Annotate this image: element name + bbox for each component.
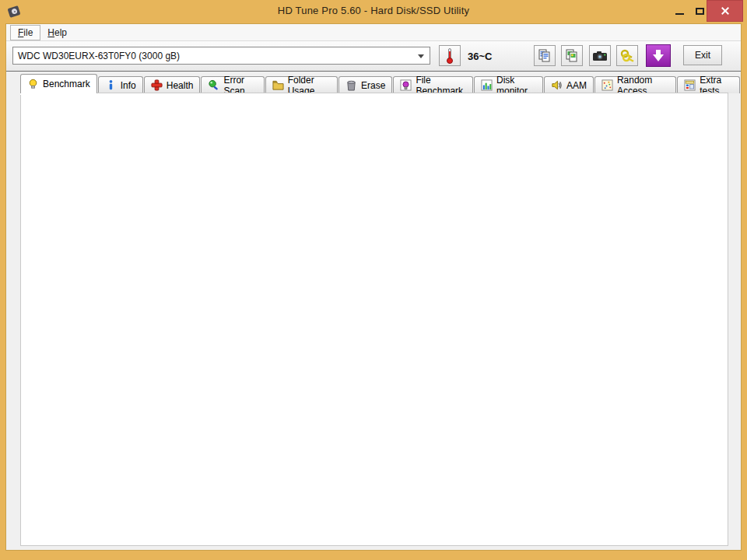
options-button[interactable]: [616, 45, 638, 66]
tab-aam[interactable]: AAM: [544, 76, 594, 93]
red-cross-icon: [151, 79, 163, 91]
scatter-dots-icon: [601, 79, 613, 91]
tab-erase[interactable]: Erase: [338, 76, 392, 93]
minimize-icon: [675, 13, 684, 15]
screenshot-button[interactable]: [589, 45, 611, 66]
update-button[interactable]: [646, 44, 671, 67]
info-icon: [105, 79, 117, 91]
menu-bar: File Help: [6, 24, 741, 41]
menu-help[interactable]: Help: [40, 26, 74, 40]
tab-file-benchmark[interactable]: File Benchmark: [393, 76, 473, 93]
extra-tests-icon: [684, 79, 696, 91]
copy-image-button[interactable]: [561, 45, 583, 66]
title-bar: HD Tune Pro 5.60 - Hard Disk/SSD Utility: [0, 0, 747, 23]
minimize-button[interactable]: [669, 0, 689, 22]
magnifier-icon: [208, 79, 219, 91]
tab-strip: Benchmark Info Health Error Scan Folder …: [20, 74, 741, 93]
temperature-value: 36~C: [468, 51, 505, 62]
trash-icon: [345, 79, 357, 91]
download-arrow-icon: [653, 54, 664, 61]
copy-text-icon: [538, 49, 552, 63]
tab-disk-monitor[interactable]: Disk monitor: [474, 76, 543, 93]
drive-selector-value: WDC WD30EURX-63T0FY0 (3000 gB): [18, 51, 180, 61]
exit-button[interactable]: Exit: [683, 45, 722, 65]
folder-icon: [272, 79, 284, 91]
purple-lightbulb-icon: [400, 79, 412, 91]
copy-image-icon: [565, 49, 579, 63]
bar-chart-icon: [481, 79, 493, 91]
tab-error-scan[interactable]: Error Scan: [201, 76, 264, 93]
benchmark-tab-page: [20, 93, 728, 546]
toolbar: WDC WD30EURX-63T0FY0 (3000 gB) 36~C: [6, 41, 741, 72]
tab-benchmark[interactable]: Benchmark: [20, 74, 97, 93]
close-icon: [721, 6, 730, 16]
chevron-down-icon: [415, 51, 426, 62]
window-title: HD Tune Pro 5.60 - Hard Disk/SSD Utility: [0, 5, 747, 16]
lightbulb-icon: [27, 79, 39, 90]
camera-icon: [592, 50, 608, 62]
close-button[interactable]: [707, 0, 743, 22]
tab-random-access[interactable]: Random Access: [594, 76, 676, 93]
speaker-icon: [551, 79, 563, 91]
keys-icon: [619, 49, 635, 63]
drive-selector[interactable]: WDC WD30EURX-63T0FY0 (3000 gB): [12, 47, 430, 65]
window-body: File Help WDC WD30EURX-63T0FY0 (3000 gB)…: [5, 23, 742, 551]
temperature-button[interactable]: [439, 45, 461, 66]
copy-text-button[interactable]: [534, 45, 556, 66]
menu-file[interactable]: File: [10, 25, 40, 40]
thermometer-icon: [446, 48, 454, 64]
maximize-icon: [696, 8, 704, 15]
hd-tune-window: { "window": { "title": "HD Tune Pro 5.60…: [0, 0, 747, 560]
tab-info[interactable]: Info: [98, 76, 143, 93]
tab-folder-usage[interactable]: Folder Usage: [265, 76, 338, 93]
tab-health[interactable]: Health: [144, 76, 201, 93]
tab-extra-tests[interactable]: Extra tests: [677, 76, 740, 93]
